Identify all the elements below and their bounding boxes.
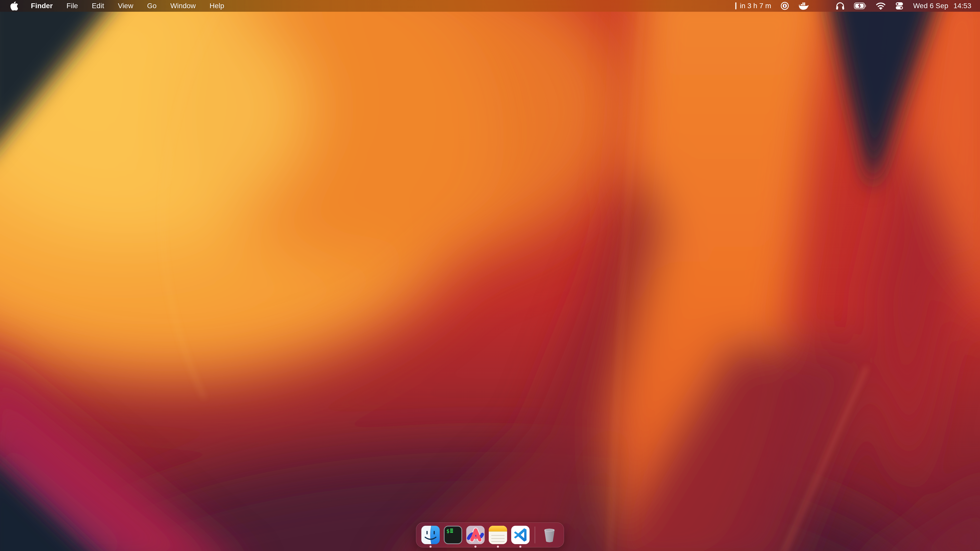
timer-status[interactable]: in 3 h 7 m	[735, 2, 771, 10]
onepassword-keyhole-icon	[780, 2, 789, 10]
wifi-status[interactable]	[876, 2, 886, 10]
menu-bar-clock[interactable]: Wed 6 Sep 14:53	[913, 2, 971, 10]
headphones-status[interactable]	[835, 2, 845, 10]
headphones-icon	[835, 2, 845, 10]
terminal-icon: $	[443, 525, 463, 545]
moon-icon	[818, 2, 826, 10]
clock-date: Wed 6 Sep	[913, 2, 948, 10]
dock-finder[interactable]	[421, 525, 440, 545]
desktop: Finder File Edit View Go Window Help in …	[0, 0, 980, 551]
dock-arc-browser[interactable]	[466, 525, 485, 545]
control-center-status[interactable]	[895, 2, 904, 10]
menu-help[interactable]: Help	[203, 0, 231, 12]
apple-logo-icon	[10, 1, 18, 11]
dock-trash[interactable]	[540, 525, 559, 545]
menu-view[interactable]: View	[111, 0, 140, 12]
notes-icon	[488, 525, 508, 545]
battery-status[interactable]	[854, 2, 867, 10]
dock-notes[interactable]	[488, 525, 508, 545]
wifi-icon	[876, 2, 886, 10]
menu-bar-status: in 3 h 7 m	[735, 2, 980, 10]
dock: $	[416, 522, 564, 548]
menu-file[interactable]: File	[60, 0, 85, 12]
wallpaper-ventura	[0, 0, 980, 551]
dock-terminal[interactable]: $	[443, 525, 463, 545]
clock-time: 14:53	[953, 2, 971, 10]
vscode-icon	[511, 525, 530, 545]
menu-edit[interactable]: Edit	[85, 0, 111, 12]
battery-charging-icon	[854, 2, 867, 10]
app-menu-finder[interactable]: Finder	[24, 0, 60, 12]
finder-icon	[421, 525, 440, 545]
onepassword-status[interactable]	[780, 2, 789, 10]
menu-bar-left: Finder File Edit View Go Window Help	[0, 0, 231, 12]
timer-bar-icon	[735, 2, 737, 10]
arc-browser-icon	[466, 525, 485, 545]
svg-text:$: $	[446, 528, 450, 534]
dock-separator	[535, 527, 535, 543]
dock-vscode[interactable]	[511, 525, 530, 545]
menu-window[interactable]: Window	[163, 0, 203, 12]
apple-menu[interactable]	[9, 1, 24, 11]
docker-status[interactable]	[798, 2, 808, 10]
timer-text: in 3 h 7 m	[740, 2, 771, 10]
docker-whale-icon	[798, 2, 808, 10]
menu-go[interactable]: Go	[140, 0, 163, 12]
menu-bar: Finder File Edit View Go Window Help in …	[0, 0, 980, 12]
trash-icon	[540, 525, 559, 545]
control-center-icon	[895, 2, 904, 10]
focus-status[interactable]	[818, 2, 826, 10]
